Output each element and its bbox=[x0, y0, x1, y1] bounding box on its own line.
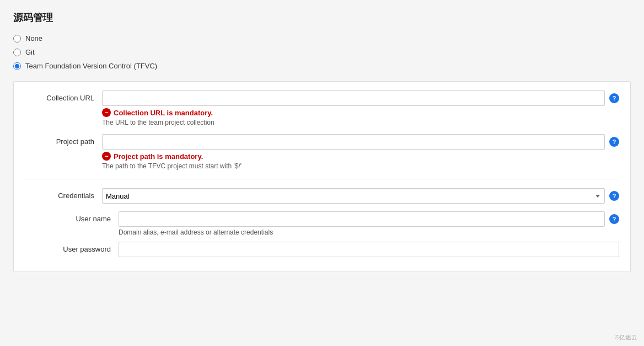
password-input[interactable] bbox=[119, 242, 619, 257]
username-label: User name bbox=[25, 211, 119, 223]
project-path-input-area: − Project path is mandatory. The path to… bbox=[102, 134, 605, 170]
radio-git-label: Git bbox=[25, 48, 35, 56]
username-input[interactable] bbox=[119, 211, 605, 227]
radio-none[interactable]: None bbox=[13, 34, 631, 42]
collection-url-error: − Collection URL is mandatory. bbox=[102, 108, 605, 117]
watermark: ©亿速云 bbox=[615, 333, 637, 342]
collection-url-label: Collection URL bbox=[25, 91, 102, 102]
credentials-input-area: Manual Use default credentials bbox=[102, 188, 605, 204]
radio-git-input[interactable] bbox=[13, 49, 21, 56]
collection-url-hint: The URL to the team project collection bbox=[102, 119, 605, 126]
password-label: User password bbox=[25, 242, 119, 253]
radio-tfvc[interactable]: Team Foundation Version Control (TFVC) bbox=[13, 62, 631, 70]
password-row: User password bbox=[25, 242, 619, 257]
project-path-row: Project path − Project path is mandatory… bbox=[25, 134, 619, 170]
collection-url-help-icon[interactable]: ? bbox=[609, 93, 619, 103]
radio-git[interactable]: Git bbox=[13, 48, 631, 56]
project-path-error-icon: − bbox=[102, 152, 111, 161]
scm-radio-group: None Git Team Foundation Version Control… bbox=[13, 34, 631, 70]
credentials-select[interactable]: Manual Use default credentials bbox=[102, 188, 605, 204]
collection-url-error-icon: − bbox=[102, 108, 111, 117]
username-hint: Domain alias, e-mail address or alternat… bbox=[119, 228, 605, 236]
credentials-help-icon[interactable]: ? bbox=[609, 191, 619, 201]
form-divider bbox=[25, 179, 619, 179]
username-input-area: Domain alias, e-mail address or alternat… bbox=[119, 211, 605, 236]
project-path-error-text: Project path is mandatory. bbox=[114, 152, 203, 161]
project-path-input[interactable] bbox=[102, 134, 605, 150]
collection-url-input[interactable] bbox=[102, 91, 605, 106]
collection-url-error-text: Collection URL is mandatory. bbox=[114, 109, 213, 117]
radio-tfvc-input[interactable] bbox=[13, 62, 21, 70]
username-row: User name Domain alias, e-mail address o… bbox=[25, 211, 619, 236]
radio-none-input[interactable] bbox=[13, 35, 21, 42]
radio-none-label: None bbox=[25, 34, 42, 42]
project-path-label: Project path bbox=[25, 134, 102, 146]
collection-url-input-area: − Collection URL is mandatory. The URL t… bbox=[102, 91, 605, 126]
project-path-help-icon[interactable]: ? bbox=[609, 137, 619, 147]
collection-url-row: Collection URL − Collection URL is manda… bbox=[25, 91, 619, 126]
credentials-row: Credentials Manual Use default credentia… bbox=[25, 188, 619, 204]
password-input-area bbox=[119, 242, 619, 257]
project-path-hint: The path to the TFVC project must start … bbox=[102, 162, 605, 170]
page-container: 源码管理 None Git Team Foundation Version Co… bbox=[0, 0, 644, 346]
page-title: 源码管理 bbox=[13, 11, 631, 24]
credentials-label: Credentials bbox=[25, 188, 102, 200]
project-path-error: − Project path is mandatory. bbox=[102, 152, 605, 161]
username-help-icon[interactable]: ? bbox=[609, 214, 619, 224]
tfvc-form-section: Collection URL − Collection URL is manda… bbox=[13, 81, 631, 272]
radio-tfvc-label: Team Foundation Version Control (TFVC) bbox=[25, 62, 157, 70]
